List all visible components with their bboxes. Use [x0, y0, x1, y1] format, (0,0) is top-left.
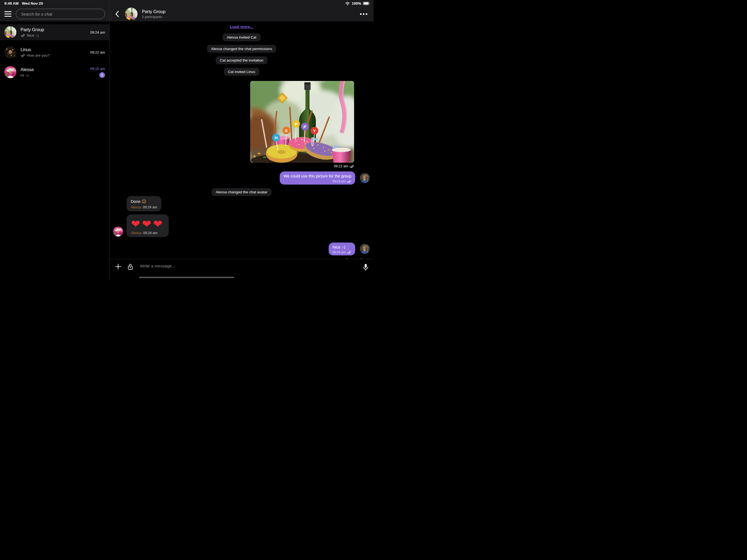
status-bar-right: 100% [345, 1, 370, 5]
chat-item-meta: 09:15 am 1 [90, 67, 105, 78]
message-bubble-own[interactable]: We could use this picture for the group … [280, 172, 355, 184]
encryption-indicator [128, 263, 133, 270]
chat-item-texts: Linus How are you? [21, 47, 50, 57]
chat-list-item-alessa[interactable]: Alessa Hi :-) 09:15 am 1 [0, 64, 109, 80]
voice-message-button[interactable] [363, 263, 368, 271]
chat-item-name: Linus [21, 47, 50, 52]
chat-item-time: 09:22 am [90, 50, 105, 54]
system-message: Alessa invited Cat [223, 33, 260, 41]
back-button[interactable] [115, 11, 119, 17]
system-message: Alessa changed the chat avatar [212, 188, 272, 196]
chat-titles[interactable]: Party Group 2 participants [142, 9, 165, 19]
chat-item-name: Alessa [21, 67, 34, 72]
message-meta: 09:24 am [333, 251, 351, 254]
chat-item-last-message: How are you? [27, 53, 50, 57]
status-time: 9:49 AM [4, 1, 19, 5]
chat-item-name: Party Group [21, 27, 44, 32]
sidebar-header: 9:49 AM Wed Nov 25 [0, 0, 109, 21]
home-indicator[interactable] [139, 277, 234, 278]
ellipsis-icon [360, 13, 367, 15]
message-meta: Alessa 09:24 am [131, 231, 164, 235]
message-time: 09:24 am [143, 205, 157, 209]
party-photo [250, 81, 354, 163]
chat-title: Party Group [142, 9, 165, 14]
hearts-emoji: ❤❤❤ [131, 218, 164, 230]
chat-item-texts: Alessa Hi :-) [21, 67, 34, 77]
chat-subtitle: 2 participants [142, 15, 165, 19]
chat-list-item-linus[interactable]: Linus How are you? 09:22 am [0, 44, 109, 60]
alessa-avatar [113, 227, 123, 236]
system-message: Cat accepted the invitation [216, 56, 267, 64]
message-meta: Alessa 09:24 am [131, 205, 157, 209]
unread-badge: 1 [99, 72, 105, 78]
chat-item-subtitle: Nice :-) [21, 33, 44, 37]
search-field [16, 9, 105, 19]
search-input[interactable] [16, 12, 105, 17]
chat-item-time: 09:24 am [90, 30, 105, 34]
smiley-emoji: ☺ [141, 199, 146, 204]
alessa-avatar [4, 66, 17, 78]
read-receipt-icon [21, 34, 25, 37]
message-time: 09:23 am [333, 180, 345, 183]
chat-avatar[interactable] [125, 8, 137, 20]
message-time: 09:24 am [143, 231, 157, 235]
chat-item-time: 09:15 am [90, 67, 105, 71]
sidebar-toolbar [0, 7, 109, 21]
hamburger-menu-icon [4, 11, 11, 17]
message-text: Nice :-) [333, 245, 351, 250]
chevron-left-icon [115, 11, 119, 17]
message-meta: 09:23 am [284, 180, 351, 183]
sidebar: 9:49 AM Wed Nov 25 [0, 0, 109, 280]
more-options-button[interactable] [359, 11, 368, 17]
wifi-icon [345, 2, 350, 5]
message-time: 09:22 am [334, 164, 348, 168]
attach-button[interactable] [115, 263, 121, 270]
own-avatar [360, 244, 370, 254]
read-receipt-icon [347, 251, 351, 254]
peer-message-group: Done ☺ Alessa 09:24 am [127, 196, 161, 211]
chat-item-meta: 09:22 am [90, 50, 105, 54]
read-receipt-icon [350, 164, 354, 168]
party-group-avatar [4, 26, 17, 38]
app-screen: 9:49 AM Wed Nov 25 [0, 0, 374, 280]
system-message: Alessa changed the chat permissions [207, 45, 277, 53]
image-message-meta: 09:22 am [334, 164, 354, 168]
status-bar-left: 9:49 AM Wed Nov 25 [4, 1, 43, 5]
chat-item-texts: Party Group Nice :-) [21, 27, 44, 37]
chat-list: Party Group Nice :-) 09:24 am Linus [0, 21, 109, 280]
chat-header: 100% Party Group 2 participants [110, 0, 374, 21]
menu-button[interactable] [4, 11, 11, 17]
microphone-icon [363, 263, 368, 271]
linus-avatar [4, 46, 17, 58]
image-message[interactable] [250, 81, 354, 163]
chat-item-subtitle: How are you? [21, 53, 50, 57]
message-text: We could use this picture for the group [284, 174, 351, 179]
message-input[interactable] [140, 263, 356, 269]
status-date: Wed Nov 25 [22, 1, 43, 5]
own-message-row: Nice :-) 09:24 am [329, 243, 370, 256]
battery-percent: 100% [352, 1, 361, 5]
peer-message-group: ❤❤❤ Alessa 09:24 am [127, 214, 169, 237]
message-sender: Alessa [131, 205, 141, 209]
chat-item-meta: 09:24 am [90, 30, 105, 34]
message-bubble-peer[interactable]: Done ☺ Alessa 09:24 am [127, 196, 161, 211]
chat-item-last-message: Nice :-) [27, 33, 39, 37]
message-sender: Alessa [131, 231, 141, 235]
load-more-link[interactable]: Load more... [230, 25, 253, 29]
read-receipt-icon [347, 180, 351, 183]
own-avatar [360, 173, 370, 183]
message-time: 09:24 am [333, 251, 345, 254]
system-message: Cat invited Linus [224, 68, 259, 76]
chat-header-row: Party Group 2 participants [110, 7, 374, 21]
chat-item-subtitle: Hi :-) [21, 73, 34, 77]
chat-list-item-party-group[interactable]: Party Group Nice :-) 09:24 am [0, 24, 109, 40]
chat-panel: 100% Party Group 2 participants [109, 0, 374, 280]
message-bubble-own[interactable]: Nice :-) 09:24 am [329, 243, 355, 256]
message-bubble-peer[interactable]: ❤❤❤ Alessa 09:24 am [127, 214, 169, 237]
message-text: Done ☺ [131, 199, 157, 204]
lock-icon [128, 263, 133, 270]
chat-item-last-message: Hi :-) [21, 73, 28, 77]
message-text-part: Done [131, 199, 140, 204]
battery-icon [363, 2, 370, 5]
plus-icon [115, 263, 121, 270]
